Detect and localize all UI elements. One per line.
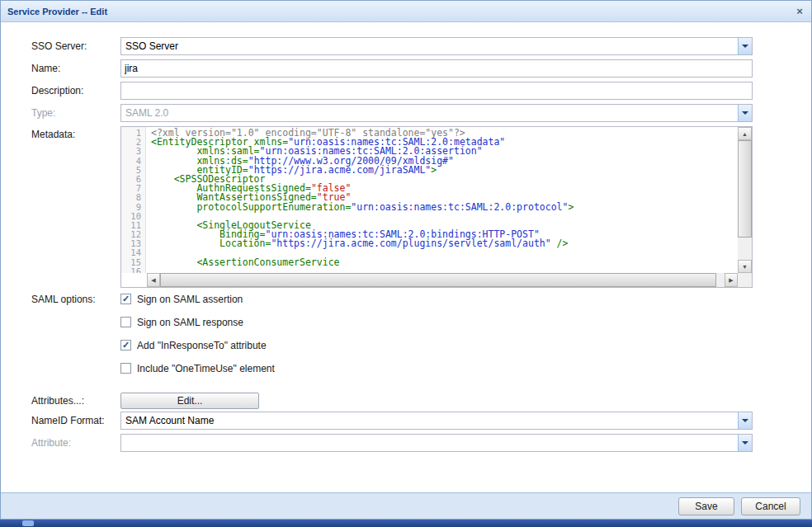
edit-attributes-button[interactable]: Edit... — [120, 393, 259, 409]
horizontal-scroll-thumb[interactable] — [160, 273, 716, 287]
metadata-code[interactable]: <?xml version="1.0" encoding="UTF-8" sta… — [147, 127, 738, 273]
scroll-down-icon[interactable]: ▼ — [738, 260, 752, 273]
metadata-label: Metadata: — [31, 126, 120, 140]
taskbar-icon[interactable] — [22, 520, 34, 526]
metadata-editor[interactable]: 12345678910111213141516 <?xml version="1… — [120, 126, 753, 288]
saml-option-row: Sign on SAML response — [120, 315, 275, 329]
sso-server-combo[interactable]: SSO Server — [120, 37, 753, 55]
type-value: SAML 2.0 — [125, 107, 168, 119]
chevron-down-icon — [738, 435, 752, 451]
taskbar[interactable] — [0, 520, 812, 527]
name-row: Name: — [31, 59, 811, 78]
description-row: Description: — [31, 82, 811, 100]
description-label: Description: — [31, 85, 120, 96]
attribute-combo — [120, 434, 753, 452]
nameid-format-label: NameID Format: — [31, 415, 120, 426]
scroll-left-icon[interactable]: ◀ — [147, 273, 160, 287]
screen: Service Provider -- Edit × SSO Server: S… — [0, 0, 812, 527]
nameid-format-row: NameID Format: SAM Account Name — [31, 412, 811, 430]
checkbox-checked-icon[interactable]: ✓ — [120, 294, 131, 304]
attributes-label: Attributes...: — [31, 395, 120, 407]
vertical-scroll-track — [738, 238, 752, 260]
saml-options-row: SAML options: ✓Sign on SAML assertionSig… — [31, 292, 811, 384]
checkbox-unchecked-icon[interactable] — [120, 363, 131, 374]
service-provider-edit-dialog: Service Provider -- Edit × SSO Server: S… — [0, 0, 812, 520]
dialog-footer: Save Cancel — [1, 492, 811, 519]
metadata-row: Metadata: 12345678910111213141516 <?xml … — [31, 126, 811, 288]
attribute-label: Attribute: — [31, 437, 120, 449]
vertical-scroll-thumb[interactable] — [738, 140, 752, 238]
name-input[interactable] — [120, 59, 753, 78]
name-label: Name: — [31, 63, 120, 74]
type-combo: SAML 2.0 — [120, 104, 753, 122]
chevron-down-icon[interactable] — [738, 412, 752, 429]
sso-server-label: SSO Server: — [31, 40, 120, 52]
metadata-horizontal-scrollbar[interactable]: ◀ ▶ — [147, 273, 738, 287]
chevron-down-icon — [738, 105, 752, 121]
close-icon[interactable]: × — [793, 5, 806, 18]
type-label: Type: — [31, 107, 120, 119]
scroll-right-icon[interactable]: ▶ — [725, 273, 738, 287]
sso-server-value: SSO Server — [125, 40, 178, 52]
attribute-row: Attribute: — [31, 434, 811, 452]
attributes-row: Attributes...: Edit... — [31, 393, 811, 409]
dialog-title: Service Provider -- Edit — [7, 7, 793, 16]
saml-options-list: ✓Sign on SAML assertionSign on SAML resp… — [120, 292, 275, 384]
dialog-body: SSO Server: SSO Server Name: Description… — [1, 22, 811, 492]
metadata-vertical-scrollbar[interactable]: ▲ ▼ — [738, 127, 752, 273]
type-row: Type: SAML 2.0 — [31, 104, 811, 122]
nameid-format-value: SAM Account Name — [125, 415, 214, 426]
saml-options-label: SAML options: — [31, 292, 120, 305]
description-input[interactable] — [120, 82, 753, 100]
chevron-down-icon[interactable] — [738, 38, 752, 54]
sso-server-row: SSO Server: SSO Server — [31, 37, 811, 55]
saml-option-label[interactable]: Sign on SAML response — [137, 317, 243, 328]
save-button[interactable]: Save — [678, 497, 734, 515]
scrollbar-corner — [738, 273, 752, 287]
nameid-format-combo[interactable]: SAM Account Name — [120, 412, 753, 430]
saml-option-label[interactable]: Sign on SAML assertion — [137, 294, 243, 305]
saml-option-label[interactable]: Add "InResponseTo" attribute — [137, 340, 267, 351]
saml-option-row: Include "OneTimeUse" element — [120, 361, 275, 375]
checkbox-checked-icon[interactable]: ✓ — [120, 340, 131, 351]
dialog-titlebar[interactable]: Service Provider -- Edit × — [1, 1, 811, 22]
checkbox-unchecked-icon[interactable] — [120, 317, 131, 327]
saml-option-label[interactable]: Include "OneTimeUse" element — [137, 363, 275, 374]
saml-option-row: ✓Sign on SAML assertion — [120, 292, 275, 306]
scroll-up-icon[interactable]: ▲ — [738, 127, 752, 140]
saml-option-row: ✓Add "InResponseTo" attribute — [120, 338, 275, 352]
metadata-line-numbers: 12345678910111213141516 — [121, 127, 146, 273]
cancel-button[interactable]: Cancel — [741, 497, 800, 515]
